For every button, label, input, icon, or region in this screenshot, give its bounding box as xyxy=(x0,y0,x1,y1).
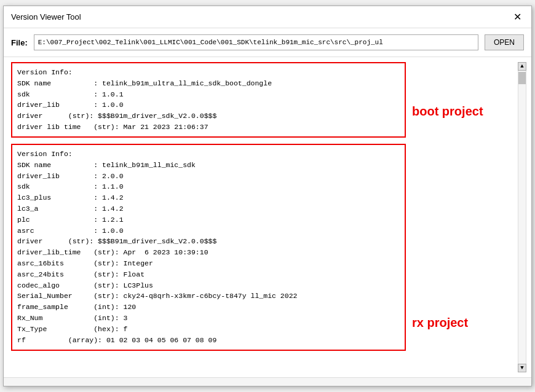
vertical-scrollbar: ▲ ▼ xyxy=(518,62,526,372)
boot-project-section: Version Info: SDK name : telink_b91m_ult… xyxy=(11,62,406,138)
main-area: Version Info: SDK name : telink_b91m_ult… xyxy=(4,57,531,377)
horizontal-scrollbar[interactable] xyxy=(4,377,531,386)
open-button[interactable]: OPEN xyxy=(485,34,524,50)
file-path-input[interactable] xyxy=(34,34,478,50)
labels-column: boot project rx project xyxy=(412,62,510,372)
close-button[interactable]: ✕ xyxy=(511,11,524,23)
file-label: File: xyxy=(11,38,28,47)
main-window: Version Viewer Tool ✕ File: OPEN Version… xyxy=(3,6,532,386)
window-title: Version Viewer Tool xyxy=(11,12,81,22)
content-scroll: Version Info: SDK name : telink_b91m_ult… xyxy=(11,62,406,372)
file-bar: File: OPEN xyxy=(4,28,531,57)
scroll-down-button[interactable]: ▼ xyxy=(518,364,526,372)
rx-project-label: rx project xyxy=(412,316,510,330)
boot-project-label: boot project xyxy=(412,104,510,119)
scroll-thumb[interactable] xyxy=(518,72,526,84)
scroll-up-button[interactable]: ▲ xyxy=(518,62,526,71)
boot-project-text: Version Info: SDK name : telink_b91m_ult… xyxy=(17,67,400,133)
rx-project-text: Version Info: SDK name : telink_b91m_ll_… xyxy=(17,149,400,346)
title-bar: Version Viewer Tool ✕ xyxy=(4,6,531,28)
scroll-track[interactable] xyxy=(518,71,526,364)
rx-project-section: Version Info: SDK name : telink_b91m_ll_… xyxy=(11,144,406,351)
